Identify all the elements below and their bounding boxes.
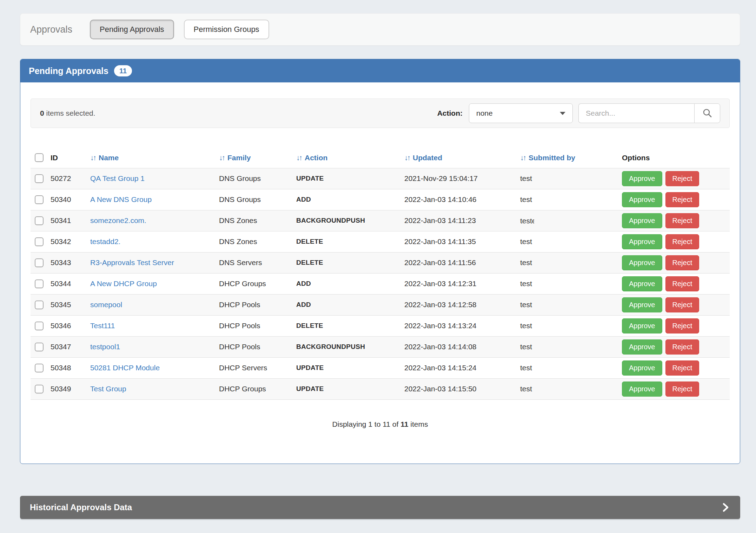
row-checkbox[interactable] [35, 343, 44, 351]
cell-submitted-by: test [517, 315, 618, 336]
table-row: 50344A New DHCP GroupDHCP GroupsADD2022-… [31, 273, 730, 294]
row-checkbox[interactable] [35, 195, 44, 204]
cell-action: ADD [293, 189, 401, 210]
cell-action: BACKGROUNDPUSH [293, 210, 401, 231]
select-all-checkbox[interactable] [35, 153, 44, 162]
name-link[interactable]: R3-Approvals Test Server [90, 258, 174, 266]
selected-text: items selected. [44, 109, 95, 117]
reject-button[interactable]: Reject [665, 382, 699, 397]
cell-name: QA Test Group 1 [87, 168, 215, 189]
table-row: 50341somezone2.com.DNS ZonesBACKGROUNDPU… [31, 210, 730, 231]
approve-button[interactable]: Approve [622, 276, 662, 291]
cell-name: testpool1 [87, 336, 215, 357]
name-link[interactable]: A New DNS Group [90, 195, 152, 203]
cell-id: 50344 [47, 273, 87, 294]
name-link[interactable]: 50281 DHCP Module [90, 364, 160, 372]
table-toolbar: 0 items selected. Action: none [31, 99, 730, 128]
search-input[interactable] [578, 103, 694, 123]
row-checkbox[interactable] [35, 279, 44, 288]
column-header-family[interactable]: ↓↑Family [215, 148, 293, 168]
panel-body: 0 items selected. Action: none [20, 82, 740, 464]
approve-button[interactable]: Approve [622, 171, 662, 186]
historical-approvals-bar[interactable]: Historical Approvals Data [20, 496, 740, 519]
approve-button[interactable]: Approve [622, 255, 662, 270]
row-checkbox[interactable] [35, 301, 44, 309]
cell-family: DHCP Groups [215, 378, 293, 399]
cell-submitted-by: test [517, 231, 618, 252]
row-checkbox[interactable] [35, 237, 44, 246]
cell-family: DHCP Servers [215, 357, 293, 378]
cell-name: A New DNS Group [87, 189, 215, 210]
name-link[interactable]: somepool [90, 301, 122, 309]
reject-button[interactable]: Reject [665, 297, 699, 312]
action-label: Action: [437, 109, 463, 117]
cell-updated: 2021-Nov-29 15:04:17 [401, 168, 517, 189]
reject-button[interactable]: Reject [665, 213, 699, 228]
approve-button[interactable]: Approve [622, 192, 662, 207]
sort-icon: ↓↑ [296, 154, 301, 162]
table-row: 50346Test111DHCP PoolsDELETE2022-Jan-03 … [31, 315, 730, 336]
name-link[interactable]: A New DHCP Group [90, 279, 157, 288]
cell-action: UPDATE [293, 357, 401, 378]
row-checkbox[interactable] [35, 322, 44, 330]
name-link[interactable]: Test Group [90, 385, 126, 393]
reject-button[interactable]: Reject [665, 255, 699, 270]
name-link[interactable]: QA Test Group 1 [90, 174, 145, 182]
cell-family: DNS Groups [215, 168, 293, 189]
row-select-cell [31, 231, 47, 252]
cell-id: 50346 [47, 315, 87, 336]
reject-button[interactable]: Reject [665, 339, 699, 355]
row-checkbox[interactable] [35, 385, 44, 393]
cell-family: DHCP Groups [215, 273, 293, 294]
action-select[interactable]: none [469, 103, 573, 123]
name-link[interactable]: testadd2. [90, 237, 120, 245]
column-header-name[interactable]: ↓↑Name [87, 148, 215, 168]
tab-pending-approvals[interactable]: Pending Approvals [90, 20, 174, 39]
reject-button[interactable]: Reject [665, 192, 699, 207]
cell-updated: 2022-Jan-03 14:11:35 [401, 231, 517, 252]
cell-action: DELETE [293, 315, 401, 336]
reject-button[interactable]: Reject [665, 360, 699, 376]
panel-title: Pending Approvals [29, 66, 108, 76]
approve-button[interactable]: Approve [622, 360, 662, 376]
tab-permission-groups[interactable]: Permission Groups [184, 20, 269, 39]
approve-button[interactable]: Approve [622, 339, 662, 355]
approve-button[interactable]: Approve [622, 213, 662, 228]
approve-button[interactable]: Approve [622, 234, 662, 249]
search-button[interactable] [694, 103, 720, 123]
approve-button[interactable]: Approve [622, 382, 662, 397]
cell-family: DNS Zones [215, 231, 293, 252]
column-header-action[interactable]: ↓↑Action [293, 148, 401, 168]
row-checkbox[interactable] [35, 174, 44, 183]
cell-options: ApproveReject [618, 168, 730, 189]
pending-count-badge: 11 [114, 65, 132, 76]
cell-submitted-by: test [517, 378, 618, 399]
approve-button[interactable]: Approve [622, 297, 662, 312]
row-checkbox[interactable] [35, 258, 44, 267]
column-header-updated[interactable]: ↓↑Updated [401, 148, 517, 168]
row-checkbox[interactable] [35, 364, 44, 372]
cell-submitted-by: test [517, 357, 618, 378]
sort-icon: ↓↑ [404, 154, 410, 162]
historical-approvals-title: Historical Approvals Data [30, 502, 132, 512]
reject-button[interactable]: Reject [665, 234, 699, 249]
cell-id: 50343 [47, 252, 87, 273]
name-link[interactable]: somezone2.com. [90, 216, 146, 224]
name-link[interactable]: Test111 [90, 322, 115, 330]
footer-count: 11 [400, 420, 408, 428]
cell-action: DELETE [293, 252, 401, 273]
column-header-select-all[interactable] [31, 148, 47, 168]
row-checkbox[interactable] [35, 216, 44, 225]
reject-button[interactable]: Reject [665, 276, 699, 291]
table-row: 50343R3-Approvals Test ServerDNS Servers… [31, 252, 730, 273]
cell-name: 50281 DHCP Module [87, 357, 215, 378]
approve-button[interactable]: Approve [622, 318, 662, 333]
name-link[interactable]: testpool1 [90, 343, 120, 351]
column-header-submitted_by[interactable]: ↓↑Submitted by [517, 148, 618, 168]
cell-options: ApproveReject [618, 189, 730, 210]
cell-action: UPDATE [293, 378, 401, 399]
reject-button[interactable]: Reject [665, 318, 699, 333]
cell-family: DHCP Pools [215, 315, 293, 336]
reject-button[interactable]: Reject [665, 171, 699, 186]
pending-approvals-panel: Pending Approvals 11 0 items selected. A… [20, 59, 740, 464]
